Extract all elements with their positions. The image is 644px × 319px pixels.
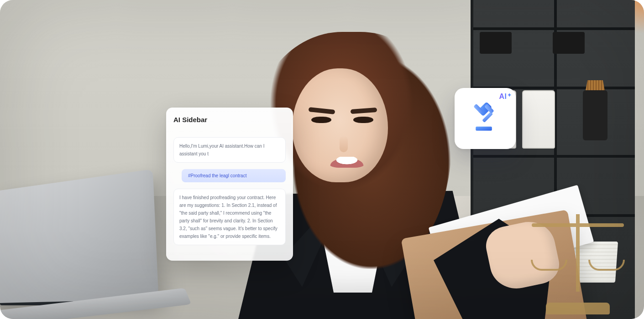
sparkle-icon: ✦ — [508, 93, 512, 98]
ai-badge: AI✦ — [499, 93, 512, 101]
scene-root: AI Sidebar Hello,I'm Lumi,your AI assist… — [0, 0, 644, 319]
svg-rect-0 — [476, 127, 492, 131]
ai-response-bubble: I have finished proofreading your contra… — [173, 189, 286, 245]
magazine-holder-icon — [522, 90, 555, 149]
background-photo — [0, 0, 644, 319]
ai-badge-text: AI — [499, 93, 507, 100]
ai-sidebar-card[interactable]: AI Sidebar Hello,I'm Lumi,your AI assist… — [166, 108, 293, 261]
justice-scales-icon — [530, 205, 626, 314]
gavel-icon — [468, 102, 502, 135]
ai-greeting-bubble: Hello,I'm Lumi,your AI assistant.How can… — [173, 137, 286, 163]
pencil-cup-icon — [583, 90, 607, 140]
app-tile-legal[interactable]: AI✦ — [455, 88, 516, 149]
ai-sidebar-title: AI Sidebar — [173, 116, 286, 123]
prompt-chip-proofread[interactable]: #Proofread the leagl contract — [182, 169, 286, 182]
binder-clip-icon — [553, 32, 585, 54]
